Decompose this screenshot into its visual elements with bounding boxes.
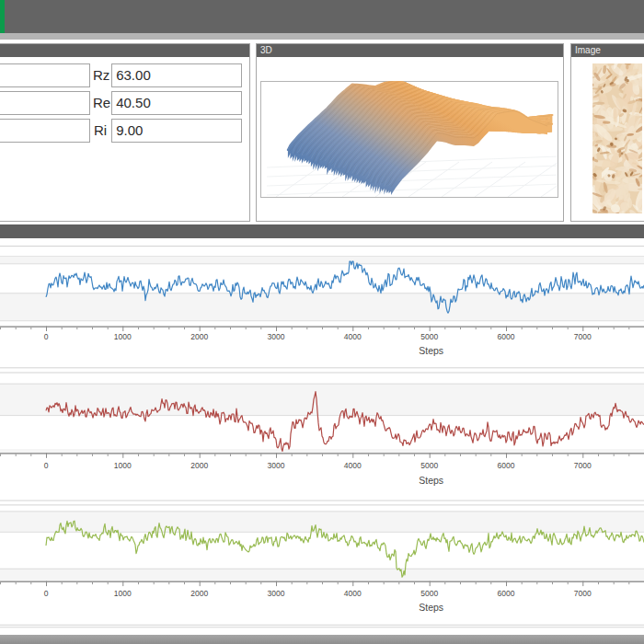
svg-text:0: 0	[44, 461, 49, 470]
svg-text:1000: 1000	[114, 589, 132, 598]
svg-text:2000: 2000	[190, 332, 208, 341]
svg-text:7000: 7000	[574, 589, 592, 598]
svg-text:2000: 2000	[190, 589, 208, 598]
svg-text:5000: 5000	[420, 461, 438, 470]
svg-text:4000: 4000	[344, 589, 362, 598]
svg-text:2000: 2000	[190, 461, 208, 470]
svg-text:4000: 4000	[344, 461, 362, 470]
svg-text:0: 0	[44, 332, 49, 341]
svg-text:1000: 1000	[114, 461, 132, 470]
svg-text:5000: 5000	[420, 332, 438, 341]
svg-text:7000: 7000	[574, 332, 592, 341]
svg-text:Steps: Steps	[419, 475, 443, 486]
svg-text:1000: 1000	[114, 332, 132, 341]
svg-text:3000: 3000	[268, 461, 285, 470]
svg-text:Steps: Steps	[419, 602, 443, 613]
svg-text:0: 0	[44, 589, 49, 598]
svg-text:5000: 5000	[420, 589, 438, 598]
svg-text:6000: 6000	[498, 461, 515, 470]
svg-text:6000: 6000	[498, 589, 515, 598]
svg-text:3000: 3000	[268, 332, 285, 341]
svg-text:4000: 4000	[344, 332, 362, 341]
svg-text:3000: 3000	[268, 589, 285, 598]
svg-text:7000: 7000	[574, 461, 592, 470]
svg-text:Steps: Steps	[419, 345, 443, 356]
svg-text:6000: 6000	[498, 332, 515, 341]
